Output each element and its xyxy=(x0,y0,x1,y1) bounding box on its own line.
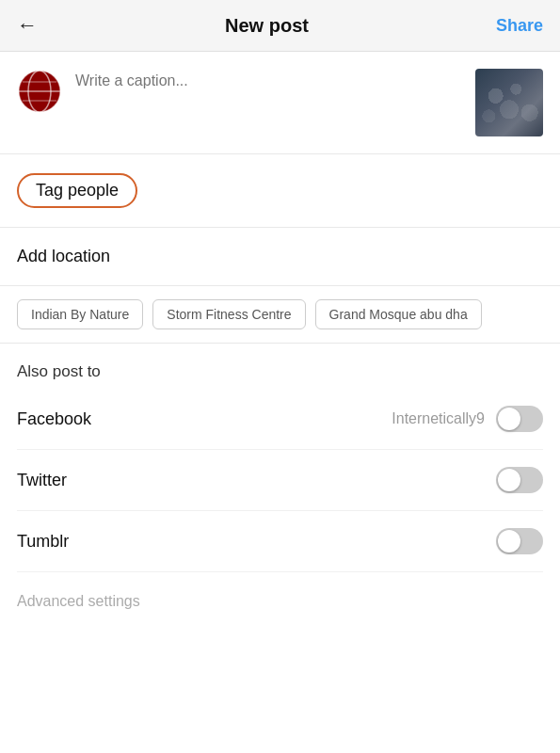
page-title: New post xyxy=(225,15,309,37)
tumblr-toggle-group xyxy=(496,528,543,554)
twitter-toggle-group xyxy=(496,467,543,493)
twitter-toggle[interactable] xyxy=(496,467,543,493)
tag-people-button[interactable]: Tag people xyxy=(17,173,137,208)
chip-indian-by-nature[interactable]: Indian By Nature xyxy=(17,299,143,329)
add-location-button[interactable]: Add location xyxy=(17,247,110,265)
facebook-sub-label: Internetically9 xyxy=(392,410,485,427)
tag-people-section[interactable]: Tag people xyxy=(0,154,560,228)
advanced-settings-button[interactable]: Advanced settings xyxy=(17,593,140,609)
post-thumbnail xyxy=(475,69,543,136)
tumblr-row: Tumblr xyxy=(17,511,543,572)
facebook-toggle[interactable] xyxy=(496,406,543,432)
location-chips-section: Indian By Nature Storm Fitness Centre Gr… xyxy=(0,286,560,344)
facebook-row: Facebook Internetically9 xyxy=(17,389,543,450)
thumbnail-overlay xyxy=(475,69,543,136)
facebook-label: Facebook xyxy=(17,409,91,429)
caption-area xyxy=(0,52,560,154)
caption-input[interactable] xyxy=(75,69,462,89)
back-button[interactable]: ← xyxy=(17,13,38,38)
share-button[interactable]: Share xyxy=(496,16,543,36)
facebook-toggle-group: Internetically9 xyxy=(392,406,543,432)
also-post-section: Also post to Facebook Internetically9 Tw… xyxy=(0,344,560,572)
add-location-section[interactable]: Add location xyxy=(0,228,560,286)
chip-grand-mosque[interactable]: Grand Mosque abu dha xyxy=(315,299,482,329)
twitter-label: Twitter xyxy=(17,471,67,490)
also-post-title: Also post to xyxy=(17,362,543,381)
header: ← New post Share xyxy=(0,0,560,52)
tumblr-toggle[interactable] xyxy=(496,528,543,554)
advanced-settings-section[interactable]: Advanced settings xyxy=(0,572,560,631)
tumblr-label: Tumblr xyxy=(17,532,69,552)
globe-icon xyxy=(17,69,62,114)
chips-row: Indian By Nature Storm Fitness Centre Gr… xyxy=(17,299,543,329)
twitter-row: Twitter xyxy=(17,450,543,511)
chip-storm-fitness[interactable]: Storm Fitness Centre xyxy=(152,299,305,329)
